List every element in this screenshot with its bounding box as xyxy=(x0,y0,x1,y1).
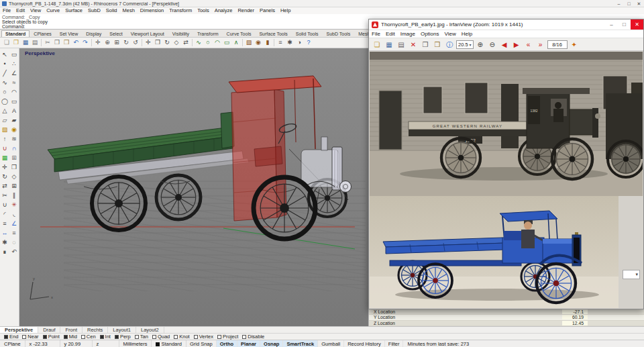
surface-corner-icon[interactable]: ▰ xyxy=(9,115,19,125)
open-file-icon[interactable]: ❐ xyxy=(11,38,21,47)
rotate-object-icon[interactable]: ↻ xyxy=(162,38,172,47)
status-toggle-2[interactable]: Planar xyxy=(237,340,260,347)
toolbar-tab-1[interactable]: CPlanes xyxy=(30,30,55,37)
rhino-menu-5[interactable]: SubD xyxy=(85,7,103,14)
copy-icon[interactable]: ❐ xyxy=(420,40,431,50)
box-icon[interactable]: ▧ xyxy=(0,125,9,134)
status-toggle-6[interactable]: Record History xyxy=(344,340,385,347)
paste-icon[interactable]: ❒ xyxy=(432,40,443,50)
location-value[interactable]: 60.19 xyxy=(562,315,588,319)
status-toggle-7[interactable]: Filter xyxy=(385,340,404,347)
print-icon[interactable]: ▤ xyxy=(396,40,407,50)
arc-icon[interactable]: ◠ xyxy=(213,38,222,47)
checkbox-icon[interactable] xyxy=(242,335,246,339)
rhino-menu-1[interactable]: Edit xyxy=(13,7,28,14)
save-icon[interactable]: ▦ xyxy=(384,40,394,50)
rhino-close-button[interactable]: ✕ xyxy=(634,0,644,7)
cut-icon[interactable]: ✂ xyxy=(43,38,52,47)
panel-dropdown[interactable]: ▾ xyxy=(623,270,640,279)
toolbar-tab-7[interactable]: Transform xyxy=(193,30,223,37)
checkbox-icon[interactable] xyxy=(64,335,68,339)
rectangle-icon[interactable]: ▭ xyxy=(222,38,231,47)
copy-icon[interactable]: ❐ xyxy=(52,38,62,47)
checkbox-icon[interactable] xyxy=(22,335,26,339)
viewport-title[interactable]: Perspektive xyxy=(25,50,55,56)
checkbox-icon[interactable] xyxy=(135,335,139,339)
toolbar-tab-0[interactable]: Standard xyxy=(1,30,30,37)
lock-icon[interactable]: ∎ xyxy=(0,247,9,256)
checkbox-icon[interactable] xyxy=(43,335,47,339)
first-image-icon[interactable]: « xyxy=(523,40,534,50)
rectangle-icon[interactable]: ▭ xyxy=(9,97,19,106)
irfanview-menu-5[interactable]: Help xyxy=(459,31,475,38)
rhino-menu-6[interactable]: Solid xyxy=(103,7,120,14)
viewport-tab-4[interactable]: Layout1 xyxy=(108,327,136,334)
osnap-toggle-3[interactable]: Mid xyxy=(64,334,77,340)
copy-object-icon[interactable]: ❐ xyxy=(153,38,162,47)
zoom-out-icon[interactable]: ⊖ xyxy=(487,40,498,50)
rhino-menu-10[interactable]: Tools xyxy=(195,7,212,14)
toolbar-tab-11[interactable]: SubD Tools xyxy=(322,30,354,37)
select-box-icon[interactable]: ▭ xyxy=(9,50,19,59)
irfanview-menu-2[interactable]: Image xyxy=(398,31,418,38)
curve-icon[interactable]: ∿ xyxy=(0,78,9,87)
dimension-icon[interactable]: ↔ xyxy=(0,228,9,238)
osnap-toggle-10[interactable]: Vertex xyxy=(194,334,213,340)
rhino-menu-7[interactable]: Mesh xyxy=(119,7,137,14)
status-toggle-1[interactable]: Ortho xyxy=(217,340,237,347)
checkbox-icon[interactable] xyxy=(115,335,119,339)
save-icon[interactable]: ▦ xyxy=(21,38,30,47)
irfanview-menu-0[interactable]: File xyxy=(369,31,383,38)
trim-icon[interactable]: ✂ xyxy=(0,191,9,200)
checkbox-icon[interactable] xyxy=(100,335,104,339)
scale-object-icon[interactable]: ◇ xyxy=(172,38,181,47)
arc-icon[interactable]: ◠ xyxy=(9,87,19,97)
zoom-window-icon[interactable]: ⊕ xyxy=(103,38,112,47)
status-toggle-5[interactable]: Gumball xyxy=(318,340,344,347)
boolean-union-icon[interactable]: ∪ xyxy=(0,144,9,153)
rhino-menu-2[interactable]: View xyxy=(28,7,44,14)
rhino-menu-4[interactable]: Surface xyxy=(62,7,85,14)
new-file-icon[interactable]: ❏ xyxy=(2,38,11,47)
toolbar-tab-3[interactable]: Display xyxy=(82,30,105,37)
previous-image-icon[interactable]: ◀ xyxy=(499,40,510,50)
array-icon[interactable]: ⊞ xyxy=(9,181,19,191)
undo-view-icon[interactable]: ↺ xyxy=(131,38,140,47)
irfanview-maximize-button[interactable]: □ xyxy=(618,19,631,30)
scale-icon[interactable]: ◇ xyxy=(9,172,19,181)
rhino-menu-11[interactable]: Analyze xyxy=(212,7,235,14)
point-icon[interactable]: • xyxy=(0,59,9,68)
polyline-icon[interactable]: ∧ xyxy=(231,38,241,47)
slideshow-icon[interactable]: ✦ xyxy=(569,40,580,50)
display-mode-icon[interactable]: ◑ xyxy=(294,38,304,47)
mesh-icon[interactable]: ▦ xyxy=(0,153,9,162)
curve-interp-icon[interactable]: ≈ xyxy=(9,78,19,87)
status-toggle-0[interactable]: Grid Snap xyxy=(186,340,217,347)
point-cloud-icon[interactable]: ∴ xyxy=(9,59,19,68)
rhino-menu-14[interactable]: Help xyxy=(278,7,293,14)
checkbox-icon[interactable] xyxy=(174,335,178,339)
rhino-menu-13[interactable]: Panels xyxy=(257,7,278,14)
layer-icon[interactable]: ≡ xyxy=(9,228,19,238)
rhino-menu-3[interactable]: Curve xyxy=(44,7,62,14)
split-icon[interactable]: ∥ xyxy=(9,191,19,200)
viewport-tab-3[interactable]: Rechts xyxy=(83,327,108,334)
osnap-toggle-7[interactable]: Tan xyxy=(135,334,148,340)
join-icon[interactable]: ∪ xyxy=(0,200,9,209)
checkbox-icon[interactable] xyxy=(152,335,156,339)
offset-icon[interactable]: ≡ xyxy=(0,219,9,228)
irfanview-menu-3[interactable]: Options xyxy=(418,31,442,38)
polygon-icon[interactable]: △ xyxy=(0,106,9,115)
zoom-in-icon[interactable]: ⊕ xyxy=(475,40,486,50)
select-icon[interactable]: ↖ xyxy=(0,50,9,59)
explode-icon[interactable]: ✳ xyxy=(9,200,19,209)
toolbar-tab-10[interactable]: Solid Tools xyxy=(292,30,323,37)
osnap-toggle-11[interactable]: Project xyxy=(217,334,238,340)
mirror-icon[interactable]: ⇄ xyxy=(0,181,9,191)
irfanview-menu-4[interactable]: View xyxy=(442,31,459,38)
mirror-object-icon[interactable]: ⇄ xyxy=(181,38,191,47)
osnap-toggle-6[interactable]: Perp xyxy=(115,334,131,340)
irfanview-minimize-button[interactable]: – xyxy=(605,19,618,30)
properties-icon[interactable]: ✱ xyxy=(0,238,9,247)
osnap-toggle-5[interactable]: Int xyxy=(100,334,111,340)
